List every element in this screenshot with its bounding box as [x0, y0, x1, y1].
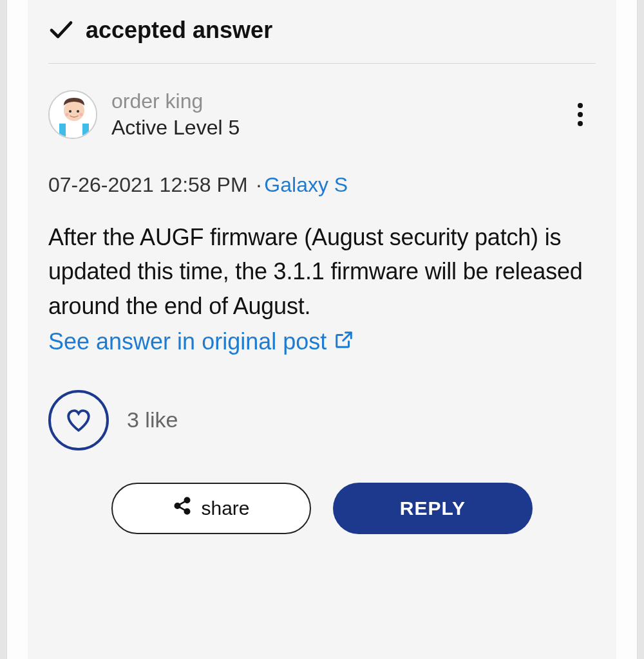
post-category-link[interactable]: Galaxy S: [264, 173, 348, 196]
post-timestamp: 07-26-2021 12:58 PM: [48, 173, 248, 196]
svg-point-5: [80, 113, 83, 116]
svg-point-1: [64, 100, 84, 121]
author-row: order king Active Level 5: [48, 64, 596, 146]
svg-point-4: [66, 113, 69, 116]
actions-row: share REPLY: [48, 457, 596, 534]
post-body: After the AUGF firmware (August security…: [48, 203, 596, 328]
likes-row: 3 like: [48, 355, 596, 457]
see-original-link[interactable]: See answer in original post: [48, 328, 354, 355]
svg-point-10: [578, 112, 583, 117]
check-icon: [48, 17, 74, 43]
like-count: 3 like: [127, 407, 178, 432]
external-link-icon: [334, 328, 354, 355]
more-options-button[interactable]: [565, 99, 596, 130]
share-button[interactable]: share: [111, 483, 311, 534]
svg-rect-8: [82, 124, 89, 139]
see-original-label: See answer in original post: [48, 328, 327, 355]
author-name[interactable]: order king: [111, 89, 551, 113]
svg-line-16: [180, 507, 185, 510]
author-meta: order king Active Level 5: [111, 89, 551, 140]
reply-label: REPLY: [400, 497, 466, 519]
accepted-header: accepted answer: [48, 9, 596, 64]
svg-point-3: [77, 110, 79, 113]
share-icon: [173, 496, 192, 520]
share-label: share: [201, 497, 249, 519]
reply-button[interactable]: REPLY: [333, 483, 533, 534]
post-card: accepted answer order: [28, 0, 616, 659]
svg-rect-7: [59, 124, 66, 139]
avatar[interactable]: [48, 90, 97, 139]
svg-point-2: [69, 110, 71, 113]
svg-line-15: [180, 501, 185, 505]
author-level: Active Level 5: [111, 116, 551, 140]
page-container: accepted answer order: [6, 0, 638, 659]
post-meta: 07-26-2021 12:58 PM ·Galaxy S: [48, 146, 596, 203]
svg-point-9: [578, 103, 583, 108]
meta-separator: ·: [253, 173, 264, 196]
svg-point-11: [578, 121, 583, 126]
accepted-label: accepted answer: [86, 17, 272, 44]
like-button[interactable]: [48, 390, 109, 450]
